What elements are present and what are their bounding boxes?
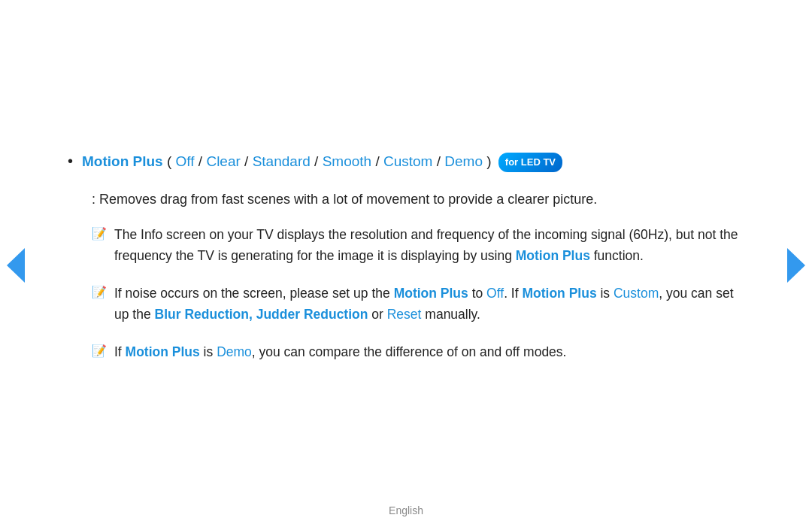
option-demo: Demo [444, 153, 483, 169]
motion-plus-line: Motion Plus ( Off / Clear / Standard / S… [82, 151, 562, 173]
bullet-point: • [68, 153, 73, 170]
sep1: / [198, 153, 207, 169]
custom-ref: Custom [614, 286, 659, 301]
note-icon-2: 📝 [92, 285, 107, 299]
motion-plus-description: : Removes drag from fast scenes with a l… [92, 189, 744, 210]
motion-plus-ref-2b: Motion Plus [522, 286, 596, 301]
sep3: / [314, 153, 323, 169]
left-nav-arrow[interactable] [0, 243, 30, 288]
option-clear: Clear [206, 153, 240, 169]
motion-plus-ref-1: Motion Plus [516, 248, 590, 263]
motion-plus-ref-3: Motion Plus [126, 344, 200, 359]
motion-plus-label: Motion Plus [82, 153, 163, 169]
note-text-1: The Info screen on your TV displays the … [114, 224, 744, 266]
note-icon-3: 📝 [92, 344, 107, 358]
motion-plus-item: • Motion Plus ( Off / Clear / Standard /… [68, 151, 744, 173]
sep2: / [244, 153, 253, 169]
demo-ref: Demo [217, 344, 252, 359]
note-item-3: 📝 If Motion Plus is Demo, you can compar… [92, 341, 744, 362]
language-label: English [389, 504, 423, 516]
reset-ref: Reset [387, 307, 422, 322]
svg-marker-0 [7, 248, 25, 283]
right-nav-arrow[interactable] [782, 243, 812, 288]
note-item-1: 📝 The Info screen on your TV displays th… [92, 224, 744, 266]
motion-plus-ref-2a: Motion Plus [394, 286, 468, 301]
content-area: • Motion Plus ( Off / Clear / Standard /… [68, 129, 744, 401]
footer-language: English [389, 504, 423, 516]
svg-marker-1 [787, 248, 805, 283]
paren-close: ) [486, 153, 491, 169]
note-item-2: 📝 If noise occurs on the screen, please … [92, 283, 744, 325]
note-text-2: If noise occurs on the screen, please se… [114, 283, 744, 325]
sep4: / [375, 153, 383, 169]
blur-judder-ref: Blur Reduction, Judder Reduction [155, 307, 368, 322]
note-icon-1: 📝 [92, 226, 107, 241]
option-custom: Custom [383, 153, 432, 169]
off-ref: Off [486, 286, 504, 301]
page-container: • Motion Plus ( Off / Clear / Standard /… [0, 0, 812, 530]
option-off: Off [176, 153, 195, 169]
paren-open: ( [167, 153, 171, 169]
option-smooth: Smooth [323, 153, 371, 169]
led-tv-badge: for LED TV [498, 153, 562, 172]
note-text-3: If Motion Plus is Demo, you can compare … [114, 341, 566, 362]
option-standard: Standard [253, 153, 311, 169]
sep5: / [437, 153, 445, 169]
